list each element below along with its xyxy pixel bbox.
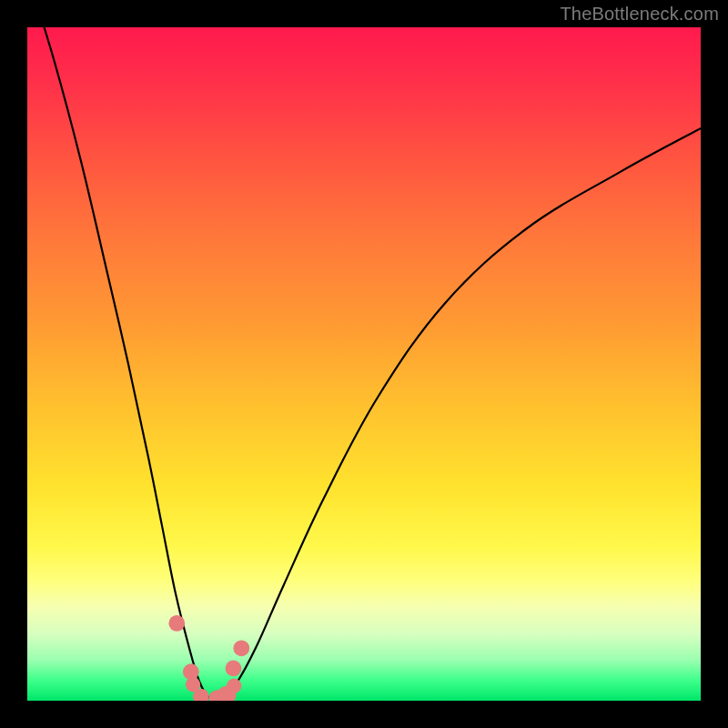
chart-frame: TheBottleneck.com [0,0,728,728]
data-markers [168,615,249,701]
data-marker [168,615,185,632]
data-marker [227,679,241,693]
plot-area [27,27,701,701]
data-marker [226,661,242,677]
data-marker [233,640,249,656]
data-marker [183,663,199,680]
watermark-text: TheBottleneck.com [560,4,719,25]
bottleneck-curve [27,27,701,700]
chart-svg-layer [27,27,701,701]
